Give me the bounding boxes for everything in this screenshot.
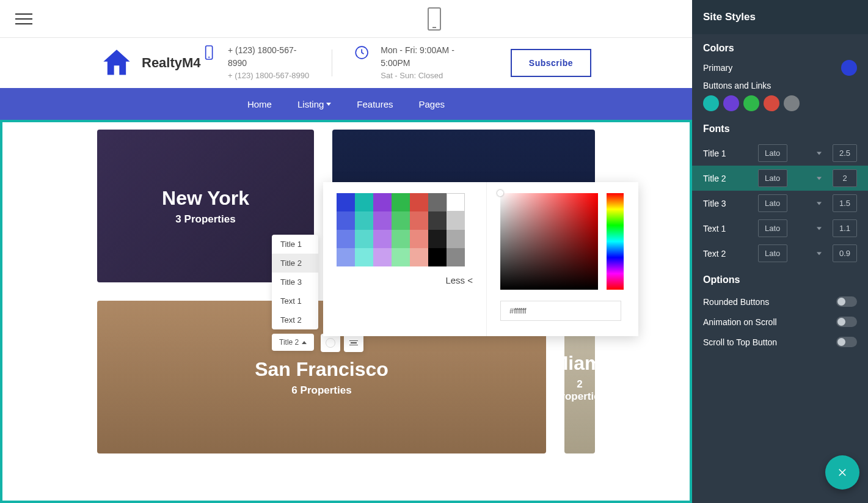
- options-heading: Options: [692, 274, 868, 285]
- swatch[interactable]: [373, 248, 392, 266]
- text-style-dropdown: Title 1 Title 2 Title 3 Text 1 Text 2: [272, 235, 318, 329]
- swatch[interactable]: [392, 248, 410, 266]
- font-size-input[interactable]: [833, 219, 857, 237]
- font-select[interactable]: Lato: [758, 244, 787, 262]
- font-select[interactable]: Lato: [758, 219, 787, 237]
- text-color-button[interactable]: [321, 334, 340, 352]
- dd-text-2[interactable]: Text 2: [272, 310, 318, 329]
- swatch[interactable]: [410, 248, 428, 266]
- swatch[interactable]: [392, 211, 410, 230]
- font-size-input[interactable]: [833, 169, 857, 187]
- swatch[interactable]: [410, 211, 428, 230]
- toggle-animation-scroll[interactable]: [836, 317, 857, 327]
- font-size-input[interactable]: [833, 244, 857, 262]
- card-title: Miami: [564, 352, 595, 375]
- nav-pages[interactable]: Pages: [419, 99, 445, 109]
- font-label: Title 3: [703, 199, 753, 208]
- swatch[interactable]: [373, 193, 392, 211]
- text-style-toggle[interactable]: Title 2: [272, 334, 314, 351]
- dd-title-1[interactable]: Title 1: [272, 235, 318, 254]
- text-align-button[interactable]: [344, 334, 363, 352]
- caret-up-icon: [302, 341, 307, 344]
- fonts-section: Fonts Title 1 Lato Title 2 Lato Title 3 …: [692, 115, 868, 266]
- toggle-rounded-buttons[interactable]: [836, 296, 857, 307]
- phone-text[interactable]: + (123) 1800-567-8990 + (123) 1800-567-8…: [228, 44, 310, 82]
- nav-features[interactable]: Features: [357, 99, 393, 109]
- swatch[interactable]: [337, 230, 355, 248]
- swatch[interactable]: [428, 193, 447, 211]
- device-mobile-icon[interactable]: [428, 7, 441, 31]
- option-scroll-top: Scroll to Top Button: [692, 332, 868, 352]
- brand-wrap: RealtyM4: [101, 47, 201, 79]
- dd-text-1[interactable]: Text 1: [272, 292, 318, 310]
- swatch[interactable]: [373, 230, 392, 248]
- swatch-red[interactable]: [764, 95, 779, 111]
- swatch[interactable]: [355, 230, 373, 248]
- hours-2: Sat - Sun: Closed: [381, 70, 480, 82]
- subscribe-button[interactable]: Subscribe: [511, 49, 591, 77]
- nav-bar: Home Listing Features Pages: [0, 88, 692, 120]
- less-toggle[interactable]: Less <: [337, 275, 473, 285]
- sv-cursor-icon: [497, 190, 503, 196]
- font-select[interactable]: Lato: [758, 144, 787, 162]
- swatch[interactable]: [447, 211, 465, 230]
- swatch[interactable]: [447, 193, 465, 211]
- swatch-teal[interactable]: [703, 95, 719, 111]
- swatch-purple[interactable]: [723, 95, 739, 111]
- swatch[interactable]: [337, 248, 355, 266]
- swatch[interactable]: [355, 211, 373, 230]
- phone-block: + (123) 1800-567-8990 + (123) 1800-567-8…: [201, 44, 310, 82]
- swatch-green[interactable]: [743, 95, 759, 111]
- hue-strip[interactable]: [607, 193, 624, 290]
- buttons-links-label: Buttons and Links: [703, 81, 857, 90]
- swatch[interactable]: [355, 248, 373, 266]
- nav-listing[interactable]: Listing: [297, 99, 331, 109]
- option-animation-scroll: Animation on Scroll: [692, 312, 868, 332]
- option-label: Rounded Buttons: [703, 297, 769, 307]
- swatch[interactable]: [428, 211, 447, 230]
- font-size-input[interactable]: [833, 144, 857, 162]
- swatch[interactable]: [373, 211, 392, 230]
- site-header: RealtyM4 + (123) 1800-567-8990 + (123) 1…: [0, 38, 692, 88]
- dd-title-2[interactable]: Title 2: [272, 254, 318, 273]
- swatch[interactable]: [392, 193, 410, 211]
- color-preview-icon: [326, 338, 335, 348]
- saturation-value-area[interactable]: [500, 193, 598, 290]
- swatch[interactable]: [447, 230, 465, 248]
- swatch[interactable]: [355, 193, 373, 211]
- swatch[interactable]: [447, 248, 465, 266]
- swatch[interactable]: [337, 211, 355, 230]
- font-select[interactable]: Lato: [758, 169, 787, 187]
- font-size-input[interactable]: [833, 194, 857, 212]
- buttons-links-swatches: [703, 95, 857, 111]
- font-select[interactable]: Lato: [758, 194, 787, 212]
- sidebar-title: Site Styles: [692, 0, 868, 34]
- hex-input[interactable]: [500, 301, 621, 321]
- nav-home[interactable]: Home: [247, 99, 272, 109]
- swatch[interactable]: [410, 193, 428, 211]
- close-icon: [837, 467, 848, 478]
- swatch-grey[interactable]: [784, 95, 800, 111]
- swatch-grid: [337, 193, 473, 266]
- swatch[interactable]: [410, 230, 428, 248]
- menu-hamburger-icon[interactable]: [15, 10, 32, 28]
- swatch[interactable]: [392, 230, 410, 248]
- primary-color-swatch[interactable]: [841, 60, 857, 76]
- card-title: San Francisco: [255, 358, 388, 381]
- hours-text[interactable]: Mon - Fri: 9:00AM - 5:00PM Sat - Sun: Cl…: [381, 44, 480, 82]
- close-sidebar-button[interactable]: [825, 455, 859, 490]
- nav-listing-label: Listing: [297, 99, 324, 109]
- hours-block: Mon - Fri: 9:00AM - 5:00PM Sat - Sun: Cl…: [354, 44, 480, 82]
- font-row-title-1: Title 1 Lato: [692, 141, 868, 166]
- toggle-scroll-top[interactable]: [836, 337, 857, 347]
- brand-name[interactable]: RealtyM4: [142, 55, 201, 71]
- phone-2: + (123) 1800-567-8990: [228, 70, 310, 82]
- swatch[interactable]: [428, 248, 447, 266]
- header-info: + (123) 1800-567-8990 + (123) 1800-567-8…: [201, 44, 591, 82]
- swatch[interactable]: [428, 230, 447, 248]
- dd-title-3[interactable]: Title 3: [272, 273, 318, 292]
- font-label: Title 1: [703, 149, 753, 158]
- swatch[interactable]: [337, 193, 355, 211]
- card-subtitle: 3 Properties: [175, 213, 235, 226]
- colors-heading: Colors: [703, 43, 857, 54]
